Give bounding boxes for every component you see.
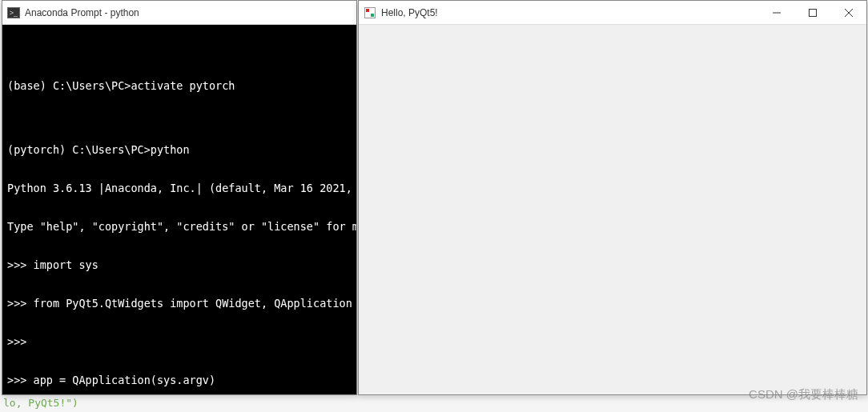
pyqt-client-area: [359, 25, 866, 394]
terminal-line: (base) C:\Users\PC>activate pytorch: [7, 79, 352, 92]
terminal-titlebar[interactable]: >_ Anaconda Prompt - python: [2, 1, 356, 25]
pyqt-title: Hello, PyQt5!: [381, 7, 438, 18]
close-button[interactable]: [830, 1, 866, 25]
pyqt-titlebar[interactable]: Hello, PyQt5!: [359, 1, 866, 25]
watermark-text: CSDN @我要棒棒糖: [749, 387, 858, 402]
terminal-line: >>>: [7, 335, 352, 348]
terminal-title: Anaconda Prompt - python: [25, 7, 139, 18]
terminal-line: >>> app = QApplication(sys.argv): [7, 374, 352, 386]
svg-rect-1: [809, 9, 816, 16]
minimize-button[interactable]: [758, 1, 794, 25]
pyqt-window: Hello, PyQt5!: [358, 0, 867, 395]
background-code-fragment: lo, PyQt5!"): [3, 397, 78, 409]
anaconda-prompt-window: >_ Anaconda Prompt - python (base) C:\Us…: [2, 0, 357, 395]
terminal-line: (pytorch) C:\Users\PC>python: [7, 143, 352, 156]
qt-app-icon: [364, 6, 376, 19]
terminal-line: Type "help", "copyright", "credits" or "…: [7, 220, 352, 233]
terminal-body[interactable]: (base) C:\Users\PC>activate pytorch (pyt…: [2, 25, 356, 394]
terminal-icon: >_: [7, 6, 20, 19]
maximize-button[interactable]: [794, 1, 830, 25]
terminal-line: >>> from PyQt5.QtWidgets import QWidget,…: [7, 297, 352, 310]
terminal-line: Python 3.6.13 |Anaconda, Inc.| (default,…: [7, 182, 352, 194]
terminal-line: >>> import sys: [7, 258, 352, 271]
